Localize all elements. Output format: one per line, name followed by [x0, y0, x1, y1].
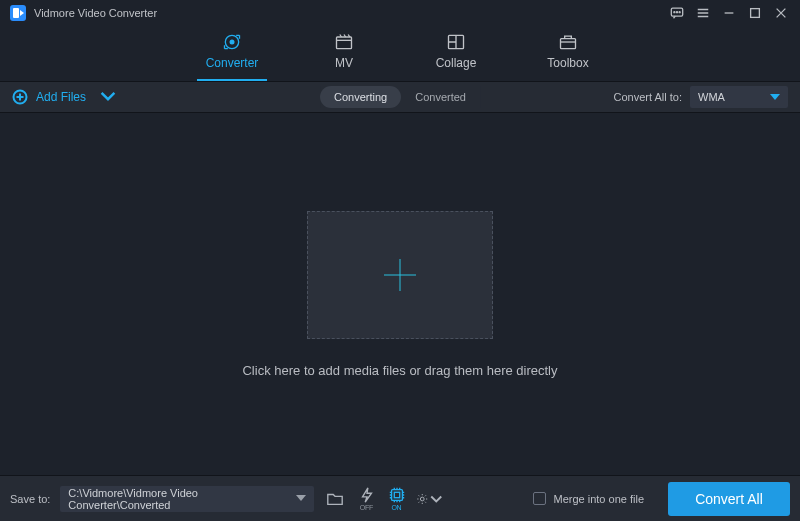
format-select-value: WMA [698, 91, 725, 103]
converter-icon [221, 32, 243, 52]
collage-icon [445, 32, 467, 52]
menu-button[interactable] [690, 2, 716, 24]
svg-rect-11 [392, 490, 403, 501]
sub-toolbar: Add Files Converting Converted Convert A… [0, 81, 800, 113]
feedback-button[interactable] [664, 2, 690, 24]
chevron-down-icon [100, 88, 116, 107]
gpu-status: ON [391, 504, 401, 511]
tab-converter-label: Converter [206, 56, 259, 70]
chevron-down-icon [770, 92, 780, 102]
add-files-button[interactable]: Add Files [12, 88, 116, 107]
close-button[interactable] [768, 2, 794, 24]
drop-zone[interactable] [307, 211, 493, 339]
app-icon [10, 5, 26, 21]
tab-converted[interactable]: Converted [401, 86, 480, 108]
svg-point-2 [676, 12, 677, 13]
drop-zone-hint: Click here to add media files or drag th… [242, 363, 557, 378]
lightning-toggle[interactable]: OFF [356, 486, 378, 512]
lightning-icon [358, 486, 376, 504]
tab-converting-label: Converting [334, 91, 387, 103]
add-files-label: Add Files [36, 90, 86, 104]
tab-converted-label: Converted [415, 91, 466, 103]
convert-all-to-label: Convert All to: [614, 91, 682, 103]
checkbox-icon [533, 492, 546, 505]
tab-mv[interactable]: MV [309, 32, 379, 81]
svg-rect-9 [561, 39, 576, 49]
merge-label: Merge into one file [554, 493, 645, 505]
gpu-accel-toggle[interactable]: ON [386, 486, 408, 512]
gear-icon [416, 490, 429, 508]
svg-point-6 [230, 40, 235, 45]
main-tabs: Converter MV Collage Toolbox [0, 26, 800, 81]
tab-toolbox-label: Toolbox [547, 56, 588, 70]
svg-rect-7 [337, 37, 352, 49]
chevron-down-icon [430, 490, 443, 508]
toolbox-icon [557, 32, 579, 52]
open-folder-button[interactable] [322, 486, 348, 512]
bottombar: Save to: C:\Vidmore\Vidmore Video Conver… [0, 475, 800, 521]
plus-circle-icon [12, 89, 28, 105]
svg-rect-4 [751, 9, 760, 18]
mv-icon [333, 32, 355, 52]
status-segmented: Converting Converted [320, 86, 480, 108]
lightning-status: OFF [360, 504, 373, 511]
svg-point-1 [674, 12, 675, 13]
app-title: Vidmore Video Converter [34, 7, 157, 19]
convert-all-button[interactable]: Convert All [668, 482, 790, 516]
svg-rect-12 [395, 492, 400, 497]
tab-mv-label: MV [335, 56, 353, 70]
tab-converter[interactable]: Converter [197, 32, 267, 81]
titlebar: Vidmore Video Converter [0, 0, 800, 26]
tab-collage[interactable]: Collage [421, 32, 491, 81]
format-select[interactable]: WMA [690, 86, 788, 108]
tab-toolbox[interactable]: Toolbox [533, 32, 603, 81]
chevron-down-icon [296, 493, 306, 505]
minimize-button[interactable] [716, 2, 742, 24]
svg-point-3 [679, 12, 680, 13]
settings-button[interactable] [416, 486, 442, 512]
folder-icon [326, 490, 344, 508]
convert-all-label: Convert All [695, 491, 763, 507]
maximize-button[interactable] [742, 2, 768, 24]
main-area: Click here to add media files or drag th… [0, 113, 800, 475]
save-path-value: C:\Vidmore\Vidmore Video Converter\Conve… [68, 487, 296, 511]
save-path-dropdown[interactable]: C:\Vidmore\Vidmore Video Converter\Conve… [60, 486, 314, 512]
tab-converting[interactable]: Converting [320, 86, 401, 108]
svg-point-13 [421, 497, 425, 501]
merge-checkbox[interactable]: Merge into one file [533, 492, 645, 505]
save-to-label: Save to: [10, 493, 50, 505]
tab-collage-label: Collage [436, 56, 477, 70]
plus-icon [378, 253, 422, 297]
chip-icon [388, 486, 406, 504]
